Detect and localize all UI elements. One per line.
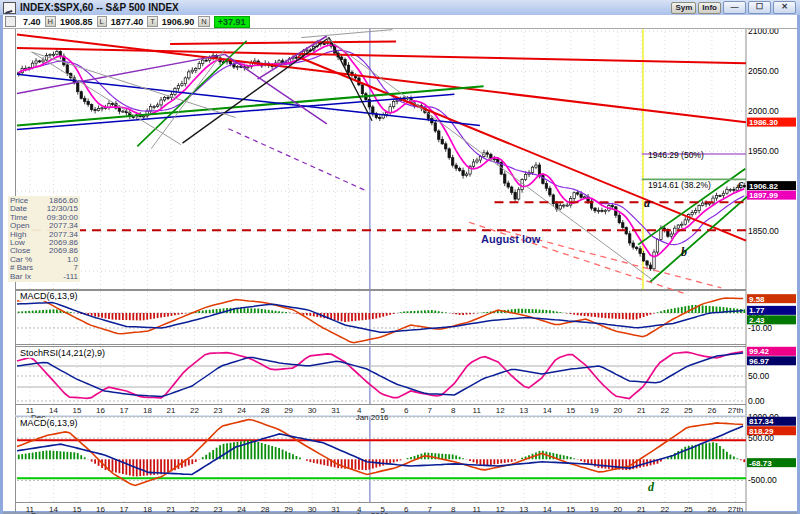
maximize-button[interactable]: ☐ [748, 1, 771, 14]
svg-text:8: 8 [451, 505, 456, 514]
svg-text:15: 15 [73, 505, 82, 514]
svg-text:12: 12 [496, 406, 505, 415]
minimize-button[interactable]: — [723, 1, 746, 14]
svg-text:20: 20 [613, 505, 622, 514]
tooltip-row: Bar Ix-111 [10, 273, 78, 281]
svg-text:22: 22 [660, 406, 669, 415]
stoch-panel [17, 352, 746, 401]
svg-text:1850.00: 1850.00 [748, 226, 779, 236]
ema-slow-line [19, 50, 745, 244]
svg-text:24: 24 [237, 505, 246, 514]
svg-text:22: 22 [190, 505, 199, 514]
macd2-panel [17, 417, 746, 485]
wave-label-a: a [644, 196, 650, 211]
quote-value: 1877.40 [111, 17, 144, 27]
macd2-macd [17, 420, 743, 486]
quote-value: 1908.85 [60, 17, 93, 27]
svg-text:2000.00: 2000.00 [748, 106, 779, 116]
svg-text:2.43: 2.43 [749, 316, 765, 325]
svg-text:1906.82: 1906.82 [749, 182, 778, 191]
svg-text:14: 14 [49, 406, 58, 415]
svg-text:6: 6 [404, 505, 409, 514]
svg-text:13: 13 [519, 505, 528, 514]
quote-field-label: H [45, 16, 56, 27]
svg-text:11: 11 [473, 505, 482, 514]
quote-field-label: T [147, 16, 158, 27]
svg-text:Jan 2016: Jan 2016 [356, 413, 389, 422]
svg-text:17: 17 [120, 505, 129, 514]
svg-text:7: 7 [427, 406, 432, 415]
svg-text:817.34: 817.34 [749, 417, 774, 426]
svg-text:26: 26 [707, 505, 716, 514]
svg-text:14: 14 [543, 505, 552, 514]
svg-text:1950.00: 1950.00 [748, 146, 779, 156]
svg-text:23: 23 [214, 505, 223, 514]
stochrsi-panel-label: StochRSI(14,21(2),9) [19, 348, 106, 358]
svg-text:9.58: 9.58 [749, 295, 765, 304]
price-axis[interactable]: 2100.002050.002000.001950.001850.001986.… [747, 26, 796, 485]
svg-text:-500.00: -500.00 [748, 475, 777, 485]
svg-text:22: 22 [660, 505, 669, 514]
stoch-stoch-d [17, 353, 743, 397]
svg-text:21: 21 [167, 505, 176, 514]
svg-text:17: 17 [120, 406, 129, 415]
svg-text:26: 26 [707, 406, 716, 415]
svg-text:50.00: 50.00 [748, 371, 770, 381]
svg-text:29: 29 [284, 406, 293, 415]
svg-text:18: 18 [143, 505, 152, 514]
svg-text:11: 11 [473, 406, 482, 415]
svg-text:25: 25 [684, 505, 693, 514]
svg-text:99.42: 99.42 [749, 347, 770, 356]
app-icon [3, 2, 16, 14]
quote-field-label: L [97, 16, 107, 27]
svg-text:22: 22 [190, 406, 199, 415]
wave-label-c: c [738, 177, 743, 192]
svg-text:16: 16 [96, 406, 105, 415]
svg-text:8: 8 [451, 406, 456, 415]
svg-text:16: 16 [96, 505, 105, 514]
svg-text:24: 24 [237, 406, 246, 415]
quote-bar: 7.40H1908.85L1877.40T1906.90N+37.91 [3, 15, 797, 29]
macd1-panel-label: MACD(6,13,9) [19, 291, 79, 301]
svg-text:12: 12 [496, 505, 505, 514]
svg-text:21: 21 [167, 406, 176, 415]
close-button[interactable]: ✕ [773, 1, 796, 14]
sym-button[interactable]: Sym [671, 2, 696, 14]
quote-net-change: +37.91 [214, 16, 250, 28]
svg-text:30: 30 [308, 406, 317, 415]
svg-text:0.00: 0.00 [748, 396, 765, 406]
svg-text:19: 19 [590, 505, 599, 514]
quote-field-label: N [198, 16, 209, 27]
svg-text:96.97: 96.97 [749, 357, 770, 366]
macd1-panel [17, 298, 746, 343]
macd1-macd [17, 298, 743, 343]
svg-text:31: 31 [331, 406, 340, 415]
data-tooltip: Price1866.60Date12/30/15Time09:30:00Open… [8, 196, 80, 282]
svg-text:30: 30 [308, 505, 317, 514]
svg-text:6: 6 [404, 406, 409, 415]
svg-text:14: 14 [543, 406, 552, 415]
wave-label-b: b [681, 245, 687, 260]
svg-text:15: 15 [566, 406, 575, 415]
svg-text:20: 20 [613, 406, 622, 415]
macd2-panel-label: MACD(6,13,9) [19, 418, 79, 428]
august-low-label: August low [481, 233, 540, 245]
title-bar: INDEX:$SPX,60 -- S&P 500 INDEX Sym Info … [0, 0, 800, 15]
window-title: INDEX:$SPX,60 -- S&P 500 INDEX [20, 2, 179, 13]
fib-382-label: 1914.61 (38.2%) [648, 180, 711, 190]
svg-text:2050.00: 2050.00 [748, 66, 779, 76]
svg-text:28: 28 [261, 505, 270, 514]
svg-text:28: 28 [261, 406, 270, 415]
svg-text:818.29: 818.29 [749, 427, 774, 436]
chart-canvas[interactable]: 2100.002050.002000.001950.001850.001986.… [0, 0, 800, 514]
svg-text:25: 25 [684, 406, 693, 415]
svg-text:19: 19 [590, 406, 599, 415]
main-candles [18, 39, 746, 271]
svg-text:1986.30: 1986.30 [749, 118, 778, 127]
svg-text:-68.73: -68.73 [749, 459, 772, 468]
info-button[interactable]: Info [698, 2, 721, 14]
quote-value: 1906.90 [162, 17, 195, 27]
svg-text:21: 21 [637, 505, 646, 514]
svg-text:13: 13 [519, 406, 528, 415]
fib-50-label: 1946.29 (50%) [648, 150, 704, 160]
